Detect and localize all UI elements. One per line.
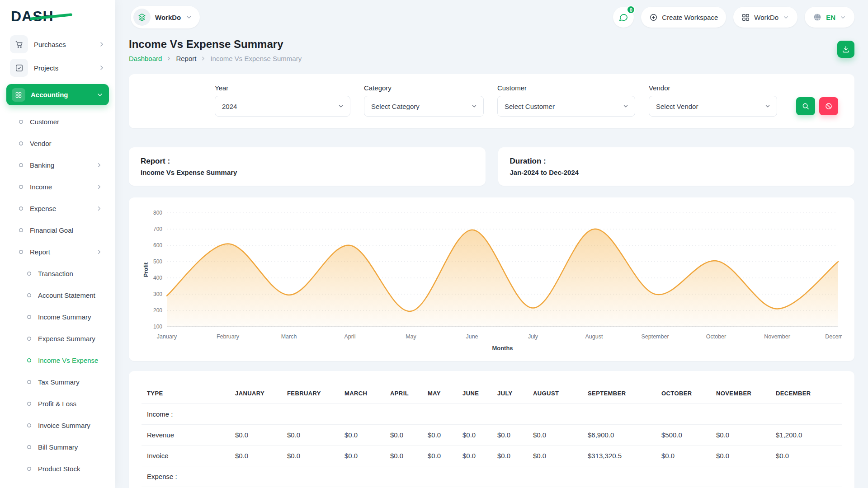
x-tick-label: August xyxy=(585,333,603,340)
accounting-submenu: CustomerVendorBankingIncomeExpenseFinanc… xyxy=(6,111,109,488)
report-card: Report : Income Vs Expense Summary xyxy=(129,147,486,186)
page-header: Income Vs Expense Summary Dashboard Repo… xyxy=(129,38,854,62)
sidebar-item-bill-summary[interactable]: Bill Summary xyxy=(6,436,109,458)
language-selector[interactable]: EN xyxy=(805,7,854,28)
sidebar-item-banking[interactable]: Banking xyxy=(6,154,109,176)
table-header-cell: AUGUST xyxy=(528,383,582,404)
create-workspace-button[interactable]: Create Workspace xyxy=(641,7,726,28)
table-cell: $0.0 xyxy=(711,425,770,446)
bullet-icon xyxy=(26,379,32,385)
bullet-icon xyxy=(18,249,24,255)
bullet-icon xyxy=(26,466,32,472)
chevron-down-icon xyxy=(185,14,193,21)
messages-badge: 0 xyxy=(627,5,635,14)
sidebar: DASH Purchases Projects Accounting Custo… xyxy=(0,0,115,488)
table-card: TYPEJANUARYFEBRUARYMARCHAPRILMAYJUNEJULY… xyxy=(129,371,854,488)
chevron-down-icon xyxy=(96,91,104,99)
filter-card: Year 2024 Category Select Category Custo… xyxy=(129,74,854,128)
year-select-wrap: 2024 xyxy=(215,96,350,117)
vendor-select[interactable]: Select Vendor xyxy=(649,96,777,117)
sidebar-item-label: Invoice Summary xyxy=(38,422,103,429)
sidebar-item-label: Tax Summary xyxy=(38,378,103,386)
y-tick-label: 500 xyxy=(153,258,162,265)
table-row: Income : xyxy=(142,404,842,425)
topbar: WorkDo 0 Create Workspace WorkDo EN xyxy=(129,0,854,29)
sidebar-item-customer[interactable]: Customer xyxy=(6,111,109,132)
sidebar-item-financial-goal[interactable]: Financial Goal xyxy=(6,219,109,241)
app-logo[interactable]: DASH xyxy=(6,0,109,33)
sidebar-item-account-statement[interactable]: Account Statement xyxy=(6,284,109,306)
sidebar-item-projects[interactable]: Projects xyxy=(6,56,109,80)
table-cell: $313,320.5 xyxy=(582,446,656,466)
y-tick-label: 800 xyxy=(153,210,162,216)
sidebar-item-vendor[interactable]: Vendor xyxy=(6,132,109,154)
sidebar-item-label: Financial Goal xyxy=(30,226,103,234)
sidebar-item-expense[interactable]: Expense xyxy=(6,197,109,219)
x-tick-label: July xyxy=(528,333,538,340)
sidebar-item-invoice-summary[interactable]: Invoice Summary xyxy=(6,414,109,436)
sidebar-item-transaction[interactable]: Transaction xyxy=(6,263,109,284)
category-filter-label: Category xyxy=(364,84,484,92)
table-cell: $0.0 xyxy=(339,425,385,446)
sidebar-item-income-summary[interactable]: Income Summary xyxy=(6,306,109,328)
y-tick-label: 200 xyxy=(153,307,162,314)
table-section-label: Expense : xyxy=(142,466,842,487)
x-axis-title: Months xyxy=(492,345,513,352)
chat-icon xyxy=(618,12,628,22)
chevron-right-icon xyxy=(96,162,103,169)
sidebar-nav: Purchases Projects Accounting CustomerVe… xyxy=(6,33,109,488)
sidebar-item-label: Account Statement xyxy=(38,291,103,299)
sidebar-item-cash-flow[interactable]: Cash Flow xyxy=(6,479,109,488)
table-cell: $0.0 xyxy=(339,446,385,466)
sidebar-item-label: Income Summary xyxy=(38,313,103,321)
sidebar-item-income[interactable]: Income xyxy=(6,176,109,197)
year-select[interactable]: 2024 xyxy=(215,96,350,117)
download-icon xyxy=(842,45,850,53)
messages-button[interactable]: 0 xyxy=(613,7,634,28)
table-row: Revenue$0.0$0.0$0.0$0.0$0.0$0.0$0.0$0.0$… xyxy=(142,425,842,446)
customer-select[interactable]: Select Customer xyxy=(497,96,635,117)
customer-select-wrap: Select Customer xyxy=(497,96,635,117)
table-cell: $6,900.0 xyxy=(582,425,656,446)
sidebar-item-label: Income Vs Expense xyxy=(38,357,103,364)
breadcrumb-dashboard[interactable]: Dashboard xyxy=(129,55,162,62)
grid-icon xyxy=(12,88,25,102)
sidebar-item-label: Bill Summary xyxy=(38,443,103,451)
breadcrumb-report[interactable]: Report xyxy=(176,55,196,62)
table-cell: $0.0 xyxy=(528,446,582,466)
y-axis-title: Profit xyxy=(143,262,149,277)
table-header-cell: FEBRUARY xyxy=(282,383,339,404)
table-row-label: Revenue xyxy=(142,425,230,446)
sidebar-item-profit-loss[interactable]: Profit & Loss xyxy=(6,393,109,414)
reset-button[interactable] xyxy=(819,97,838,115)
workspace-selector[interactable]: WorkDo xyxy=(131,6,200,28)
sidebar-item-expense-summary[interactable]: Expense Summary xyxy=(6,328,109,349)
sidebar-item-product-stock[interactable]: Product Stock xyxy=(6,458,109,479)
x-tick-label: April xyxy=(344,333,355,340)
chart-card: 100200300400500600700800JanuaryFebruaryM… xyxy=(129,197,854,361)
breadcrumb: Dashboard Report Income Vs Expense Summa… xyxy=(129,55,302,62)
sidebar-item-label: Expense xyxy=(30,205,90,212)
search-button[interactable] xyxy=(796,97,815,115)
check-square-icon xyxy=(10,59,28,77)
bullet-icon xyxy=(18,184,24,190)
sidebar-item-report[interactable]: Report xyxy=(6,241,109,263)
sidebar-item-purchases[interactable]: Purchases xyxy=(6,33,109,56)
sidebar-item-income-vs-expense[interactable]: Income Vs Expense xyxy=(6,349,109,371)
table-cell: $0.0 xyxy=(385,425,422,446)
search-icon xyxy=(802,102,810,110)
language-label: EN xyxy=(826,14,835,21)
bullet-icon xyxy=(18,162,24,168)
workdo-menu[interactable]: WorkDo xyxy=(733,7,797,28)
download-button[interactable] xyxy=(837,41,854,58)
category-select[interactable]: Select Category xyxy=(364,96,484,117)
sidebar-item-label: Banking xyxy=(30,161,90,169)
table-row-label: Invoice xyxy=(142,446,230,466)
x-tick-label: September xyxy=(641,333,669,340)
table-cell: $0.0 xyxy=(282,446,339,466)
sidebar-item-accounting[interactable]: Accounting xyxy=(6,84,109,105)
globe-icon xyxy=(813,13,822,22)
table-header-cell: OCTOBER xyxy=(656,383,711,404)
table-cell: $0.0 xyxy=(656,446,711,466)
sidebar-item-tax-summary[interactable]: Tax Summary xyxy=(6,371,109,393)
